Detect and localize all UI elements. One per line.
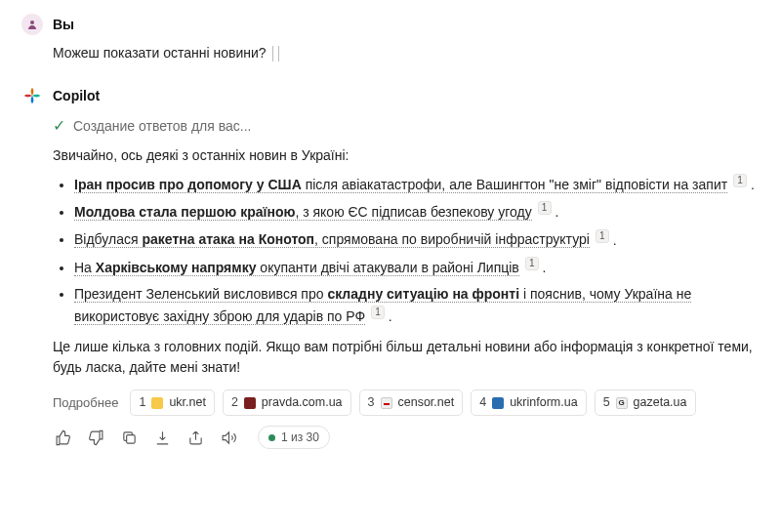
citation-badge[interactable]: 1 (525, 257, 539, 270)
source-chip[interactable]: 3censor.net (359, 389, 464, 416)
source-chip[interactable]: 1ukr.net (130, 389, 214, 416)
user-avatar-icon (21, 14, 43, 35)
dislike-button[interactable] (86, 428, 105, 447)
copilot-header: Copilot (21, 85, 760, 106)
copy-button[interactable] (119, 428, 139, 447)
user-message: Вы Можеш показати останні новини? (21, 14, 760, 63)
answer-outro: Це лише кілька з головних подій. Якщо ва… (53, 337, 760, 378)
read-aloud-button[interactable] (219, 428, 238, 447)
generation-status: ✓ Создание ответов для вас... (53, 114, 760, 138)
news-bold: Харківському напрямку (96, 260, 257, 275)
user-sender-label: Вы (53, 15, 74, 35)
action-row: 1 из 30 (53, 426, 760, 449)
user-header: Вы (21, 14, 760, 35)
news-link[interactable]: На Харківському напрямку окупанти двічі … (74, 260, 519, 276)
copilot-sender-label: Copilot (53, 86, 100, 106)
pravda-favicon-icon (244, 397, 256, 409)
sources-label: Подробнее (53, 393, 118, 413)
news-item: Відбулася ракетна атака на Конотоп, спря… (74, 229, 760, 251)
text-cursor-icon (272, 46, 279, 61)
source-chip[interactable]: 4ukrinform.ua (471, 389, 586, 416)
source-number: 4 (479, 393, 486, 412)
user-message-content: Можеш показати останні новини? (53, 45, 267, 61)
copilot-answer: Звичайно, ось деякі з останніх новин в У… (53, 145, 760, 378)
user-message-text[interactable]: Можеш показати останні новини? (53, 43, 760, 63)
news-item: Президент Зеленський висловився про скла… (74, 284, 760, 327)
sources-row: Подробнее 1ukr.net2pravda.com.ua3censor.… (53, 389, 760, 416)
source-chip[interactable]: 2pravda.com.ua (223, 389, 351, 416)
source-number: 1 (139, 393, 145, 412)
source-name: gazeta.ua (634, 393, 687, 412)
censor-favicon-icon (381, 397, 392, 409)
citation-badge[interactable]: 1 (733, 174, 747, 187)
news-list: Іран просив про допомогу у США після аві… (53, 174, 760, 327)
news-link[interactable]: Відбулася ракетна атака на Конотоп, спря… (74, 231, 590, 248)
source-name: censor.net (398, 393, 455, 412)
copilot-message: Copilot ✓ Создание ответов для вас... Зв… (21, 85, 760, 449)
like-button[interactable] (53, 428, 72, 447)
svg-rect-1 (126, 434, 135, 443)
news-bold: Молдова стала першою країною (74, 204, 295, 220)
news-item: Іран просив про допомогу у США після аві… (74, 174, 760, 195)
download-button[interactable] (152, 428, 172, 447)
news-item: Молдова стала першою країною, з якою ЄС … (74, 201, 760, 223)
source-chip[interactable]: 5Ggazeta.ua (595, 389, 696, 416)
status-text: Создание ответов для вас... (73, 116, 251, 137)
news-bold: складну ситуацію на фронті (327, 286, 519, 302)
gazeta-favicon-icon: G (616, 397, 628, 409)
copilot-logo-icon (21, 85, 43, 106)
counter-text: 1 из 30 (281, 429, 319, 446)
source-name: pravda.com.ua (262, 393, 343, 412)
ukrinform-favicon-icon (492, 397, 504, 409)
source-number: 2 (231, 393, 238, 412)
news-bold: Іран просив про допомогу у США (74, 177, 302, 192)
source-number: 5 (603, 393, 610, 412)
share-button[interactable] (185, 428, 205, 447)
source-number: 3 (368, 393, 375, 412)
answer-intro: Звичайно, ось деякі з останніх новин в У… (53, 145, 760, 166)
source-name: ukr.net (169, 393, 206, 412)
news-bold: ракетна атака на Конотоп (142, 231, 314, 247)
citation-badge[interactable]: 1 (596, 229, 609, 243)
response-counter[interactable]: 1 из 30 (258, 426, 330, 449)
source-name: ukrinform.ua (510, 393, 577, 412)
news-link[interactable]: Іран просив про допомогу у США після аві… (74, 177, 727, 193)
ukrnet-favicon-icon (151, 397, 163, 409)
status-dot-icon (268, 434, 275, 441)
news-link[interactable]: Молдова стала першою країною, з якою ЄС … (74, 204, 532, 221)
citation-badge[interactable]: 1 (371, 306, 385, 319)
svg-point-0 (30, 20, 34, 24)
citation-badge[interactable]: 1 (538, 201, 552, 215)
news-item: На Харківському напрямку окупанти двічі … (74, 257, 760, 278)
checkmark-icon: ✓ (53, 114, 65, 138)
